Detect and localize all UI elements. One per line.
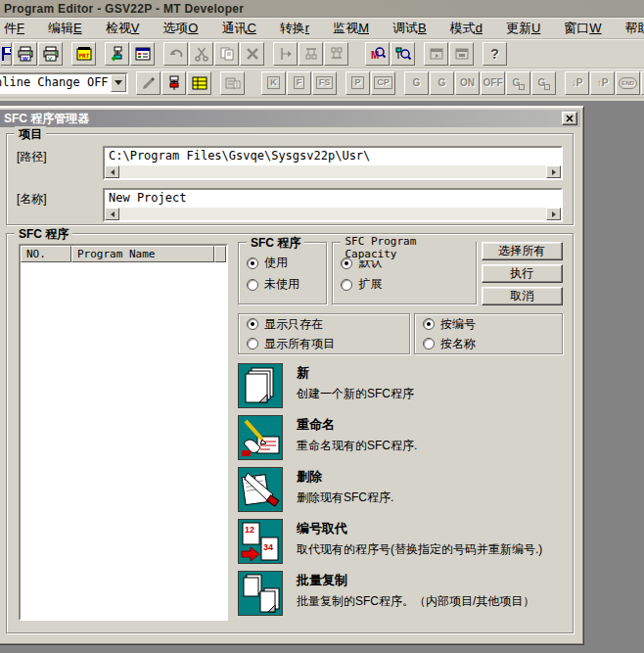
- program-window-icon[interactable]: [130, 42, 155, 66]
- scroll-left-icon[interactable]: [105, 208, 119, 220]
- rename-icon[interactable]: [238, 415, 283, 460]
- online-change-combo[interactable]: nline Change OFF: [0, 72, 128, 94]
- symbol-on-icon[interactable]: ON: [455, 71, 480, 95]
- program-list-body[interactable]: [21, 262, 226, 619]
- display-option-0[interactable]: 显示只存在: [247, 316, 401, 333]
- name-field[interactable]: New Project: [103, 188, 563, 222]
- action-new[interactable]: 新创建一个新的SFC程序: [238, 363, 563, 408]
- symbol-g2-icon[interactable]: G: [430, 71, 454, 95]
- branch-merge-icon[interactable]: [324, 42, 348, 66]
- radio-dot: [345, 261, 348, 265]
- close-icon[interactable]: [562, 112, 577, 125]
- delete-icon[interactable]: [238, 467, 283, 512]
- symbol-fs-icon[interactable]: FS: [312, 71, 337, 95]
- scroll-right-icon[interactable]: [546, 208, 561, 220]
- menu-item-b[interactable]: 调试B: [391, 18, 429, 39]
- sfc-use-option-1[interactable]: 未使用: [247, 276, 326, 293]
- right-arrow-glyph: [552, 211, 559, 217]
- display-option-1[interactable]: 显示所有项目: [247, 336, 401, 352]
- sfc-diagram-icon[interactable]: [105, 42, 129, 66]
- scroll-left-icon[interactable]: [105, 165, 119, 178]
- device-table-icon[interactable]: [187, 71, 211, 95]
- sort-option-0[interactable]: 按编号: [423, 316, 554, 333]
- printer-parameter-icon[interactable]: PRT: [71, 42, 96, 66]
- menu-item-m[interactable]: 监视M: [331, 18, 371, 39]
- menu-item-h[interactable]: 帮助H: [623, 18, 644, 39]
- help-icon[interactable]: ?: [483, 42, 507, 66]
- online-change-value: nline Change OFF: [0, 74, 111, 92]
- menu-item-o[interactable]: 选项O: [161, 18, 200, 39]
- action-renumber[interactable]: 1234编号取代取代现有的程序号(替换指定的号码并重新编号.): [238, 519, 563, 564]
- renumber-icon[interactable]: 1234: [238, 519, 283, 564]
- action-delete[interactable]: 删除删除现有SFC程序.: [238, 467, 563, 512]
- batchcopy-icon[interactable]: [238, 571, 283, 616]
- capacity-option-1[interactable]: 扩展: [341, 276, 475, 293]
- scroll-track[interactable]: [119, 208, 546, 220]
- scroll-track[interactable]: [119, 165, 546, 178]
- print-setup-icon[interactable]: V: [38, 42, 63, 66]
- display-label: 显示只存在: [264, 316, 323, 333]
- edit-pen-icon[interactable]: [136, 71, 161, 95]
- action-title: 编号取代: [297, 520, 563, 537]
- sort-label: 按名称: [440, 336, 476, 352]
- menu-item-c[interactable]: 通讯C: [219, 18, 257, 39]
- close-x-glyph: [566, 115, 574, 122]
- path-field[interactable]: C:\Program Files\Gsvqe\Sysgsv22p\Usr\: [103, 146, 563, 180]
- symbol-off-icon[interactable]: OFF: [481, 71, 505, 95]
- menu-item-e[interactable]: 编辑E: [46, 18, 84, 39]
- window-tile-icon[interactable]: [449, 42, 474, 66]
- symbol-k-icon[interactable]: K: [261, 71, 286, 95]
- sfc-edit-icon[interactable]: [161, 71, 186, 95]
- menu-item-f[interactable]: 件F: [2, 18, 26, 39]
- scroll-right-icon[interactable]: [546, 165, 561, 178]
- menu-item-v[interactable]: 检视V: [104, 18, 142, 39]
- action-text: 新创建一个新的SFC程序: [297, 363, 563, 408]
- symbol-cp-icon[interactable]: CP: [371, 71, 395, 95]
- new-icon[interactable]: [238, 363, 283, 408]
- action-desc: 批量复制的SFC程序。（内部项目/其他项目）: [297, 594, 563, 609]
- copy-icon[interactable]: [214, 42, 239, 66]
- undo-icon[interactable]: [163, 42, 188, 66]
- delete-icon[interactable]: [240, 42, 264, 66]
- menu-item-d[interactable]: 模式d: [448, 18, 484, 39]
- dropdown-arrow-icon[interactable]: [111, 74, 126, 92]
- symbol-g4-icon-glyph: G: [538, 78, 550, 88]
- symbol-g3-icon[interactable]: G: [506, 71, 530, 95]
- branch-insert-icon[interactable]: [299, 42, 323, 66]
- execute-button[interactable]: 执行: [482, 264, 563, 283]
- save-icon[interactable]: [1, 42, 12, 66]
- print-icon[interactable]: W: [13, 42, 37, 66]
- find-device-icon[interactable]: M: [365, 42, 390, 66]
- action-batchcopy[interactable]: 批量复制批量复制的SFC程序。（内部项目/其他项目）: [238, 571, 563, 616]
- path-row: [路径] C:\Program Files\Gsvqe\Sysgsv22p\Us…: [17, 146, 563, 180]
- action-rename[interactable]: 重命名重命名现有的SFC程序.: [238, 415, 563, 460]
- flow-window-icon[interactable]: [220, 71, 245, 95]
- right-panel: SFC 程序 使用未使用 SFC Program Capacity 默认扩展 选…: [238, 242, 563, 625]
- select-all-button[interactable]: 选择所有: [482, 242, 563, 260]
- symbol-g1-icon[interactable]: G: [404, 71, 429, 95]
- menu-item-r[interactable]: 转换r: [278, 18, 311, 39]
- list-column-header-0[interactable]: NO.: [21, 246, 71, 262]
- list-column-header-stub[interactable]: [214, 246, 226, 262]
- sfc-use-option-0[interactable]: 使用: [247, 255, 326, 271]
- cancel-button[interactable]: 取消: [482, 287, 563, 305]
- dialog-titlebar[interactable]: SFC 程序管理器: [0, 110, 580, 127]
- path-scrollbar[interactable]: [105, 165, 561, 178]
- name-scrollbar[interactable]: [105, 208, 561, 220]
- step-insert-icon[interactable]: [273, 42, 298, 66]
- sort-option-1[interactable]: 按名称: [423, 336, 554, 352]
- end-step-icon[interactable]: END: [616, 71, 640, 95]
- window-cascade-icon[interactable]: [424, 42, 448, 66]
- cut-icon[interactable]: [189, 42, 213, 66]
- symbol-p-icon[interactable]: P: [345, 71, 370, 95]
- menu-item-w[interactable]: 窗口W: [562, 18, 603, 39]
- jump-down-icon[interactable]: ↓P: [565, 71, 589, 95]
- symbol-g4-icon[interactable]: G: [531, 71, 556, 95]
- menu-item-u[interactable]: 更新U: [504, 18, 542, 39]
- window-titlebar[interactable]: Program Editor - GSV22P - MT Developer: [0, 0, 644, 18]
- symbol-f-icon[interactable]: F: [287, 71, 311, 95]
- jump-up-icon[interactable]: ↑P: [590, 71, 615, 95]
- find-step-icon[interactable]: [391, 42, 415, 66]
- sfc-program-option-label: SFC 程序: [247, 235, 304, 252]
- list-column-header-1[interactable]: Program Name: [71, 246, 214, 262]
